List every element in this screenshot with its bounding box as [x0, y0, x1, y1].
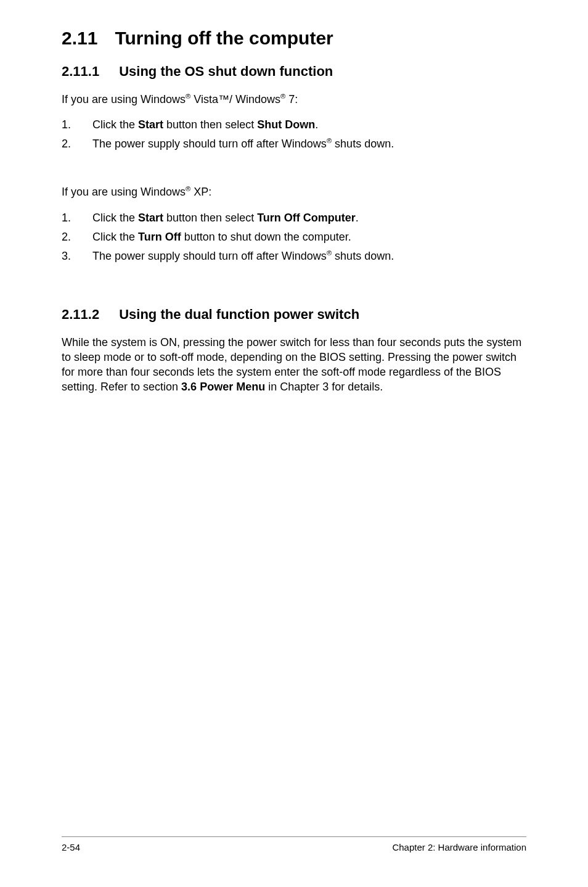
section-title: Turning off the computer [115, 28, 333, 48]
text: shuts down. [332, 250, 394, 262]
list-item: 1. Click the Start button then select Tu… [62, 210, 526, 226]
bold-text: Start [138, 118, 163, 131]
text: If you are using Windows [62, 93, 186, 105]
page-footer: 2-54 Chapter 2: Hardware information [0, 836, 588, 852]
registered-icon: ® [327, 249, 332, 257]
text: . [315, 118, 318, 131]
text: The power supply should turn off after W… [92, 138, 327, 150]
bold-text: Turn Off [138, 231, 181, 243]
bold-text: Turn Off Computer [257, 212, 356, 224]
step-number: 3. [62, 248, 71, 265]
step-number: 1. [62, 117, 71, 133]
page-number: 2-54 [62, 842, 80, 852]
text: XP: [190, 186, 211, 198]
text: Vista™/ Windows [190, 93, 280, 105]
xp-intro: If you are using Windows® XP: [62, 184, 526, 199]
text: . [356, 212, 359, 224]
text: in Chapter 3 for details. [265, 381, 383, 393]
bold-text: 3.6 Power Menu [181, 381, 265, 393]
step-number: 2. [62, 136, 71, 152]
footer-divider [62, 836, 526, 837]
registered-icon: ® [327, 137, 332, 144]
subsection-1-heading: 2.11.1Using the OS shut down function [62, 64, 526, 80]
step-number: 2. [62, 229, 71, 245]
section-number: 2.11 [62, 28, 97, 49]
list-item: 2. The power supply should turn off afte… [62, 136, 526, 152]
subsection-2-heading: 2.11.2Using the dual function power swit… [62, 307, 526, 323]
bold-text: Shut Down [257, 118, 315, 131]
vista-steps-list: 1. Click the Start button then select Sh… [62, 117, 526, 152]
xp-steps-list: 1. Click the Start button then select Tu… [62, 210, 526, 265]
chapter-label: Chapter 2: Hardware information [392, 842, 526, 852]
text: button then select [163, 118, 257, 131]
subsection-2-paragraph: While the system is ON, pressing the pow… [62, 335, 526, 395]
subsection-1-title: Using the OS shut down function [119, 64, 333, 79]
text: If you are using Windows [62, 186, 186, 198]
bold-text: Start [138, 212, 163, 224]
text: Click the [92, 118, 138, 131]
subsection-1-number: 2.11.1 [62, 64, 99, 80]
vista-intro: If you are using Windows® Vista™/ Window… [62, 92, 526, 107]
text: shuts down. [332, 138, 394, 150]
text: button then select [163, 212, 257, 224]
list-item: 3. The power supply should turn off afte… [62, 248, 526, 265]
text: 7: [285, 93, 298, 105]
step-number: 1. [62, 210, 71, 226]
text: button to shut down the computer. [181, 231, 351, 243]
text: Click the [92, 231, 138, 243]
text: The power supply should turn off after W… [92, 250, 327, 262]
text: Click the [92, 212, 138, 224]
subsection-2-number: 2.11.2 [62, 307, 99, 323]
subsection-2-title: Using the dual function power switch [119, 307, 359, 322]
list-item: 1. Click the Start button then select Sh… [62, 117, 526, 133]
list-item: 2. Click the Turn Off button to shut dow… [62, 229, 526, 245]
section-heading: 2.11Turning off the computer [62, 28, 526, 49]
